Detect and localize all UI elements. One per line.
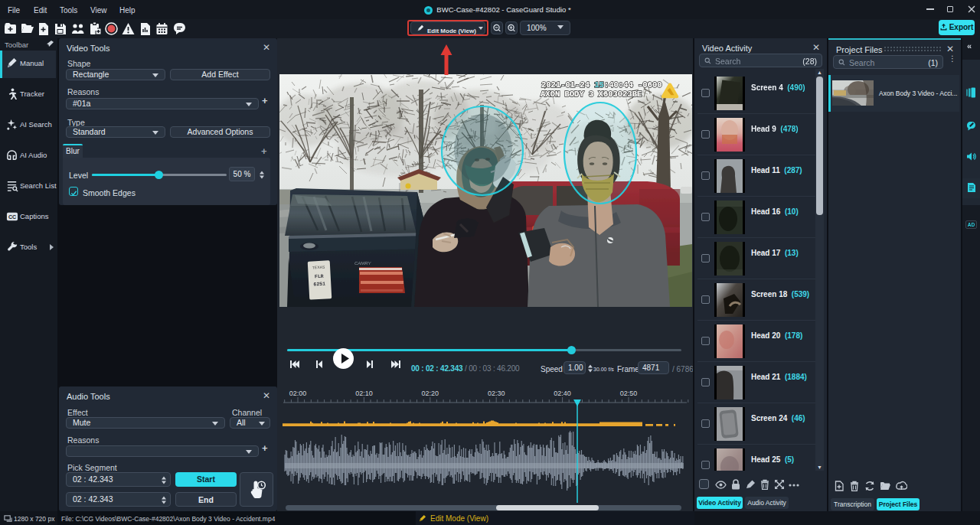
svg-text:02:10: 02:10 bbox=[355, 390, 373, 397]
svg-text:AXON BODY 3 X603023BE: AXON BODY 3 X603023BE bbox=[541, 90, 642, 99]
svg-text:2021-01-24 15:40:44 -0600: 2021-01-24 15:40:44 -0600 bbox=[541, 80, 662, 90]
svg-text:AD: AD bbox=[968, 222, 975, 227]
svg-text:02:20: 02:20 bbox=[422, 390, 439, 397]
svg-text:02:30: 02:30 bbox=[488, 390, 505, 397]
svg-text:CC: CC bbox=[8, 214, 16, 220]
svg-text:02:40: 02:40 bbox=[554, 390, 571, 397]
svg-text:02:00: 02:00 bbox=[289, 390, 307, 397]
svg-text:02:50: 02:50 bbox=[620, 390, 638, 397]
